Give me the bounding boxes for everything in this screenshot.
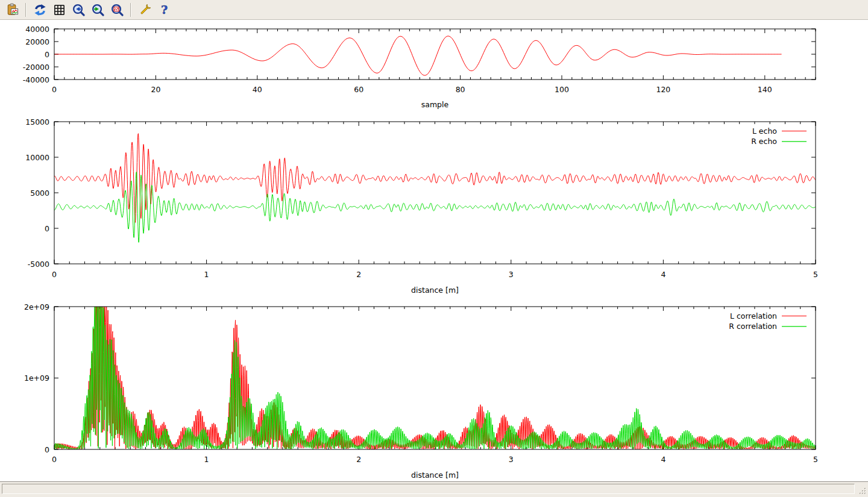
tick-label: -5000 [28, 260, 49, 269]
tick-label: 0 [52, 85, 57, 94]
toolbar-separator [130, 3, 131, 17]
series-R-echo [54, 172, 816, 242]
zoom-reset-icon [110, 3, 124, 17]
zoom-previous-icon [72, 3, 86, 17]
tick-label: L echo [752, 127, 777, 136]
replot-button[interactable] [31, 1, 49, 18]
wrench-icon [138, 3, 152, 17]
tick-label: -20000 [23, 63, 49, 72]
tick-label: 2e+09 [24, 302, 49, 311]
tick-label: 3 [509, 455, 514, 464]
tick-label: 120 [656, 85, 670, 94]
clipboard-chart-icon [5, 3, 19, 17]
tick-label: 100 [555, 85, 569, 94]
axes-ticks [54, 307, 816, 449]
tick-label: 1e+09 [24, 374, 49, 383]
tick-label: 80 [456, 85, 465, 94]
tick-label: 0 [45, 224, 49, 233]
tick-label: 2 [356, 455, 361, 464]
tick-label: 3 [509, 270, 514, 279]
tick-label: 40000 [25, 25, 49, 34]
gnuplot-window: ? 02040608010012014040000200000-20000-40… [0, 0, 868, 497]
status-message [2, 484, 855, 494]
toolbar: ? [0, 0, 868, 20]
copy-plot-to-clipboard-button[interactable] [3, 1, 21, 18]
plot-1: 02040608010012014040000200000-20000-4000… [23, 25, 816, 110]
help-icon: ? [157, 3, 171, 17]
tick-label: 1 [204, 270, 209, 279]
grid-icon [52, 3, 66, 17]
zoom-next-icon [91, 3, 105, 17]
tick-label: 0 [45, 445, 49, 454]
svg-text:?: ? [160, 3, 167, 17]
plot-area[interactable]: 02040608010012014040000200000-20000-4000… [0, 20, 868, 481]
zoom-previous-button[interactable] [69, 1, 87, 18]
plot-border [54, 307, 816, 449]
apply-autoscale-button[interactable] [108, 1, 126, 18]
series-L-correlation [54, 307, 816, 449]
tick-label: 1 [204, 455, 209, 464]
series-R-correlation [54, 307, 816, 449]
tick-label: 40 [253, 85, 262, 94]
tick-label: sample [421, 100, 449, 109]
tick-label: 0 [52, 270, 57, 279]
plot-3: 0123452e+091e+090distance [m]L correlati… [24, 302, 818, 480]
tick-label: 60 [354, 85, 363, 94]
configure-button[interactable] [136, 1, 154, 18]
tick-label: 20 [151, 85, 160, 94]
tick-label: 5000 [30, 189, 49, 198]
plot-border [54, 122, 816, 264]
tick-label: 0 [52, 455, 57, 464]
tick-label: distance [m] [411, 470, 459, 480]
plots-svg[interactable]: 02040608010012014040000200000-20000-4000… [0, 20, 868, 481]
tick-label: -40000 [23, 75, 49, 84]
resize-grip[interactable] [858, 487, 867, 495]
tick-label: L correlation [730, 311, 777, 320]
tick-label: 20000 [25, 37, 49, 46]
tick-label: 5 [813, 455, 818, 464]
tick-label: 0 [45, 50, 49, 59]
refresh-icon [33, 3, 47, 17]
tick-label: 140 [758, 85, 772, 94]
help-button[interactable]: ? [155, 1, 173, 18]
series-pulse [54, 36, 782, 75]
tick-label: R echo [751, 137, 777, 146]
tick-label: 5 [813, 270, 818, 279]
zoom-next-button[interactable] [89, 1, 107, 18]
tick-label: R correlation [729, 322, 777, 331]
tick-label: 4 [661, 455, 665, 464]
tick-label: 15000 [25, 117, 49, 127]
status-bar [0, 481, 868, 497]
axes-ticks [54, 122, 816, 264]
toolbar-separator [25, 3, 27, 17]
tick-label: 4 [661, 270, 665, 279]
plot-2: 012345150001000050000-5000distance [m]L … [25, 117, 818, 295]
tick-label: 2 [356, 270, 361, 279]
toggle-grid-button[interactable] [50, 1, 68, 18]
tick-label: distance [m] [411, 286, 459, 295]
tick-label: 10000 [25, 153, 49, 162]
